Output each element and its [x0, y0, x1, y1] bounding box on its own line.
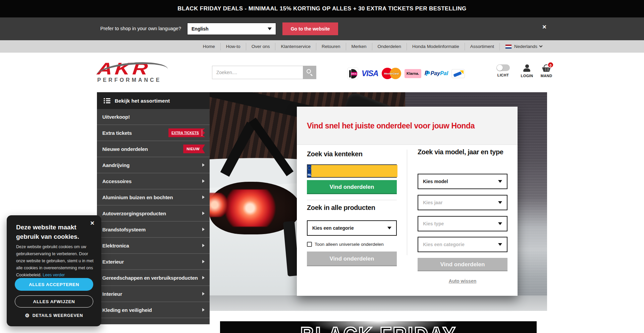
model-select[interactable]: Kies model — [418, 174, 507, 189]
sidebar-header-label: Bekijk het assortiment — [115, 98, 170, 104]
plate-country-code: NL — [308, 173, 311, 176]
nav-item-retouren[interactable]: Retouren — [316, 43, 346, 50]
nav-item-onderdelen[interactable]: Onderdelen — [372, 43, 407, 50]
sidebar-item-interieur[interactable]: Interieur — [97, 286, 210, 302]
language-bar-close-icon[interactable]: ✕ — [540, 23, 549, 32]
login-label: LOGIN — [516, 74, 538, 78]
year-select[interactable]: Kies jaar — [418, 195, 507, 210]
eu-stars-icon — [308, 166, 311, 170]
cookie-consent-dialog: ✕ Deze website maakt gebruik van cookies… — [7, 215, 101, 326]
sidebar-item-extra-tickets[interactable]: Extra tickets EXTRA TICKETS — [97, 125, 210, 141]
model-category-select[interactable]: Kies een categorie — [418, 237, 507, 252]
go-to-website-button[interactable]: Go to the website — [282, 22, 338, 35]
category-select[interactable]: Kies een categorie — [307, 220, 397, 236]
chevron-right-icon — [202, 276, 205, 279]
banner-title: BLACK FRIDAY — [220, 322, 537, 333]
sidebar-item-brandstofsysteem[interactable]: Brandstofsysteem — [97, 222, 210, 238]
chevron-down-icon — [539, 44, 543, 48]
language-bar: Prefer to shop in your own language? Eng… — [0, 17, 644, 40]
license-plate-field: NL — [307, 164, 397, 178]
license-plate-input[interactable] — [311, 165, 397, 177]
sidebar-item-uitverkoop[interactable]: Uitverkoop! — [97, 109, 210, 125]
chevron-right-icon — [202, 260, 205, 263]
cart-button[interactable]: 0 MAND — [535, 64, 557, 78]
nav-item-howto[interactable]: How-to — [220, 43, 246, 50]
nav-item-merken[interactable]: Merken — [346, 43, 372, 50]
chevron-right-icon — [202, 244, 205, 247]
search-bar — [212, 66, 316, 79]
extra-tickets-badge: EXTRA TICKETS — [168, 128, 205, 137]
panel-divider — [407, 150, 407, 255]
nav-item-home[interactable]: Home — [198, 43, 220, 50]
promo-bar: BLACK FRIDAY DEALS - MINIMAAL 15% KORTIN… — [0, 0, 644, 17]
sidebar-item-nieuwe-onderdelen[interactable]: Nieuwe onderdelen NIEUW — [97, 141, 210, 157]
ideal-logo: iDEAL — [347, 67, 358, 79]
checkbox-label: Toon alleen universele onderdelen — [315, 242, 384, 247]
find-parts-by-model-button[interactable]: Vind onderdelen — [418, 258, 507, 271]
chevron-down-icon — [387, 227, 391, 229]
nav-row: Home How-to Over ons Klantenservice Reto… — [198, 40, 547, 53]
nav-item-assortiment[interactable]: Assortiment — [465, 43, 499, 50]
sidebar-item-autoverzorging[interactable]: Autoverzorgingsproducten — [97, 206, 210, 222]
cookie-body: Deze website gebruikt cookies om uw gebr… — [16, 243, 94, 279]
chevron-right-icon — [202, 163, 205, 167]
locale-switcher[interactable]: Nederlands — [499, 43, 547, 50]
login-button[interactable]: LOGIN — [516, 64, 538, 78]
model-search-heading: Zoek via model, jaar en type — [418, 148, 507, 157]
theme-toggle[interactable]: LICHT — [492, 64, 514, 77]
nav-item-honda-modelinformatie[interactable]: Honda Modelinformatie — [407, 43, 465, 50]
sidebar-header[interactable]: Bekijk het assortiment — [97, 92, 210, 109]
sidebar-item-gereedschappen[interactable]: Gereedschappen en verbruiksproducten — [97, 270, 210, 286]
klarna-logo: Klarna. — [405, 69, 421, 78]
find-parts-all-products-button[interactable]: Vind onderdelen — [307, 252, 397, 266]
locale-label: Nederlands — [514, 44, 537, 49]
eu-plate-band: NL — [308, 165, 311, 177]
sidebar-item-aluminium-buizen[interactable]: Aluminium buizen en bochten — [97, 189, 210, 206]
main-nav: Home How-to Over ons Klantenservice Reto… — [0, 40, 644, 53]
find-parts-by-plate-button[interactable]: Vind onderdelen — [307, 180, 397, 194]
chevron-right-icon — [202, 196, 205, 199]
reset-car-link[interactable]: Auto wissen — [418, 278, 507, 284]
sidebar-item-elektronica[interactable]: Elektronica — [97, 238, 210, 254]
universal-parts-checkbox[interactable] — [307, 242, 312, 247]
user-icon — [523, 64, 531, 72]
cart-label: MAND — [535, 74, 557, 78]
nieuw-badge: NIEUW — [183, 145, 205, 153]
language-select[interactable]: English — [187, 23, 276, 35]
language-select-value: English — [192, 26, 268, 32]
cookie-reject-button[interactable]: ALLES AFWIJZEN — [15, 295, 93, 308]
sidebar-item-partial — [97, 318, 210, 324]
gear-icon: ⚙ — [25, 313, 30, 319]
chevron-down-icon — [498, 201, 502, 204]
nav-item-overons[interactable]: Over ons — [246, 43, 275, 50]
search-button[interactable] — [303, 66, 316, 79]
mastercard-logo: MasterCard — [382, 67, 401, 79]
basket-icon: 0 — [542, 64, 551, 72]
chevron-right-icon — [202, 179, 205, 183]
visa-logo: VISA — [362, 69, 378, 78]
chevron-down-icon — [498, 243, 502, 246]
car-taillight — [221, 189, 279, 227]
black-friday-banner[interactable]: BLACK FRIDAY — [220, 321, 537, 333]
type-select[interactable]: Kies type — [418, 216, 507, 231]
chevron-right-icon — [202, 212, 205, 215]
site-logo[interactable]: AKR PERFORMANCE — [97, 61, 168, 84]
sidebar-item-kleding[interactable]: Kleding en veiligheid — [97, 302, 210, 318]
cookie-accept-button[interactable]: ALLES ACCEPTEREN — [15, 278, 93, 291]
cookie-details-button[interactable]: ⚙ DETAILS WEERGEVEN — [7, 313, 101, 319]
universal-parts-checkbox-row[interactable]: Toon alleen universele onderdelen — [307, 242, 384, 247]
sidebar-item-exterieur[interactable]: Exterieur — [97, 254, 210, 270]
sidebar-item-aandrijving[interactable]: Aandrijving — [97, 157, 210, 173]
list-icon — [104, 98, 110, 104]
chevron-right-icon — [202, 228, 205, 231]
nav-item-klantenservice[interactable]: Klantenservice — [275, 43, 316, 50]
search-input[interactable] — [212, 66, 303, 79]
cookie-read-more-link[interactable]: Lees verder — [43, 273, 65, 277]
kenteken-heading: Zoek via kenteken — [307, 150, 363, 158]
all-products-heading: Zoek in alle producten — [307, 204, 375, 212]
search-icon — [307, 69, 311, 73]
sidebar-item-accessoires[interactable]: Accessoires — [97, 173, 210, 189]
light-toggle-icon[interactable] — [496, 64, 510, 71]
promo-text: BLACK FRIDAY DEALS - MINIMAAL 15% KORTIN… — [177, 5, 467, 12]
section-divider — [307, 200, 397, 200]
